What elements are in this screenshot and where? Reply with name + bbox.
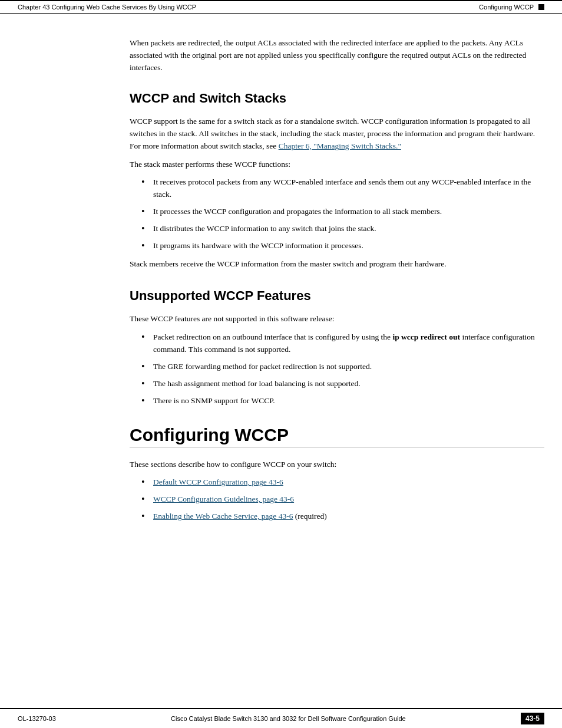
list-item: The hash assignment method for load bala…	[141, 378, 544, 390]
unsupported-features-heading: Unsupported WCCP Features	[130, 288, 544, 304]
page-header: Chapter 43 Configuring Web Cache Service…	[0, 0, 562, 14]
chapter6-link[interactable]: Chapter 6, "Managing Switch Stacks."	[279, 141, 401, 150]
configuring-wccp-section: Configuring WCCP These sections describe…	[130, 425, 544, 523]
unsupported-features-section: Unsupported WCCP Features These WCCP fea…	[130, 288, 544, 407]
header-chapter-title: Chapter 43 Configuring Web Cache Service…	[18, 4, 196, 11]
page: Chapter 43 Configuring Web Cache Service…	[0, 0, 562, 728]
page-footer: OL-13270-03 Cisco Catalyst Blade Switch …	[0, 708, 562, 728]
footer-doc-number: OL-13270-03	[18, 715, 56, 722]
enabling-web-cache-link[interactable]: Enabling the Web Cache Service, page 43-…	[153, 512, 293, 521]
header-right-section: Configuring WCCP	[479, 4, 544, 11]
wccp-stack-members-note: Stack members receive the WCCP informati…	[130, 258, 544, 271]
list-item: Enabling the Web Cache Service, page 43-…	[141, 510, 544, 523]
configuring-wccp-links-list: Default WCCP Configuration, page 43-6 WC…	[141, 476, 544, 523]
list-item: Packet redirection on an outbound interf…	[141, 331, 544, 356]
wccp-switch-stacks-body1: WCCP support is the same for a switch st…	[130, 116, 544, 153]
footer-page-number: 43-5	[521, 713, 544, 724]
list-item: It distributes the WCCP information to a…	[141, 223, 544, 235]
wccp-config-guidelines-link[interactable]: WCCP Configuration Guidelines, page 43-6	[153, 495, 294, 503]
wccp-functions-list: It receives protocol packets from any WC…	[141, 176, 544, 252]
footer-page-number-section: 43-5	[521, 713, 544, 724]
wccp-stack-functions-intro: The stack master performs these WCCP fun…	[130, 159, 544, 171]
list-item: It processes the WCCP configuration and …	[141, 206, 544, 218]
list-item: The GRE forwarding method for packet red…	[141, 361, 544, 373]
unsupported-features-intro: These WCCP features are not supported in…	[130, 313, 544, 325]
header-square-icon	[538, 4, 544, 10]
header-section-title: Configuring WCCP	[479, 4, 534, 11]
footer-doc-title: Cisco Catalyst Blade Switch 3130 and 303…	[56, 715, 521, 722]
list-item: There is no SNMP support for WCCP.	[141, 395, 544, 407]
configuring-wccp-intro: These sections describe how to configure…	[130, 459, 544, 471]
list-item: It receives protocol packets from any WC…	[141, 176, 544, 201]
wccp-switch-stacks-heading: WCCP and Switch Stacks	[130, 91, 544, 106]
list-item: Default WCCP Configuration, page 43-6	[141, 476, 544, 489]
default-wccp-config-link[interactable]: Default WCCP Configuration, page 43-6	[153, 477, 283, 486]
list-item: WCCP Configuration Guidelines, page 43-6	[141, 493, 544, 506]
wccp-switch-stacks-section: WCCP and Switch Stacks WCCP support is t…	[130, 91, 544, 271]
intro-paragraph: When packets are redirected, the output …	[130, 37, 544, 74]
page-content: When packets are redirected, the output …	[0, 14, 562, 588]
unsupported-features-list: Packet redirection on an outbound interf…	[141, 331, 544, 407]
configuring-wccp-heading: Configuring WCCP	[130, 425, 544, 448]
list-item: It programs its hardware with the WCCP i…	[141, 240, 544, 252]
